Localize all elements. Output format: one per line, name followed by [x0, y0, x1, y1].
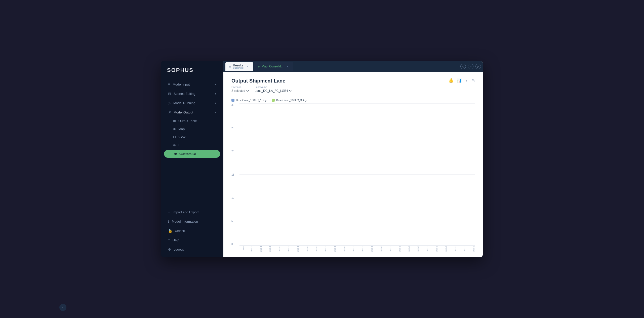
x-axis-label: 2023-06-18 — [464, 246, 465, 252]
y-axis-label: 5 — [231, 220, 239, 222]
win-back-button[interactable]: ◁ — [460, 64, 466, 69]
x-labels: 2023-012023-01-082023-01-152023-01-22202… — [239, 246, 475, 253]
sidebar-item-help[interactable]: ? Help — [163, 235, 221, 245]
x-axis-label: 2023-04-23 — [390, 246, 391, 252]
x-axis-label: 2023-06-25 — [473, 246, 475, 252]
sidebar-item-unlock[interactable]: 🔓 Unlock — [163, 226, 221, 235]
unlock-icon: 🔓 — [168, 229, 172, 233]
chevron-down-icon: ▾ — [215, 102, 216, 104]
win-forward-button[interactable]: ▷ — [475, 64, 481, 69]
x-axis-label: 2023-03-05 — [325, 246, 327, 252]
model-running-icon: ▷ — [168, 101, 171, 105]
tab-badge: Custom BI — [233, 67, 244, 69]
chart-filters: Scenario 2 selected LaneName Lane_DC_LA_… — [231, 86, 292, 93]
lane-filter: LaneName Lane_DC_LA_FC_LGB4 — [255, 86, 292, 93]
x-axis-label: 2023-06-11 — [454, 246, 456, 252]
x-axis-label: 2023-02-05 — [288, 246, 290, 252]
sidebar-item-map[interactable]: ⊕ Map — [163, 125, 221, 133]
chevron-up-icon: ▴ — [215, 111, 216, 114]
chart-icon[interactable]: 📊 — [457, 78, 462, 83]
bell-icon[interactable]: 🔔 — [449, 78, 454, 83]
sidebar-item-model-running[interactable]: ▷ Model Running ▾ — [163, 98, 221, 107]
y-axis-label: 0 — [231, 243, 239, 246]
chevron-down-icon: ▾ — [215, 92, 216, 95]
sidebar-item-view[interactable]: ⊡ View — [163, 133, 221, 141]
x-axis-label: 2023-05-07 — [408, 246, 410, 252]
y-axis-label: 15 — [231, 173, 239, 176]
scenes-editing-icon: ⊡ — [168, 92, 171, 96]
sidebar-item-scenes-editing[interactable]: ⊡ Scenes Editing ▾ — [163, 89, 221, 98]
app-window: SOPHUS ≡ Model Input ▾ ⊡ Scenes Editing … — [161, 61, 483, 257]
x-axis-label: 2023-03-26 — [353, 246, 354, 252]
x-axis-label: 2023-03-12 — [334, 246, 336, 252]
chart-controls: 🔔 📊 ⋮ ✎ — [449, 78, 475, 83]
sidebar-item-logout[interactable]: ⊙ Logout — [163, 245, 221, 254]
x-axis-label: 2023-01 — [243, 246, 245, 250]
x-axis-label: 2023-04-16 — [380, 246, 382, 252]
sidebar-bottom: + Import and Export ℹ Model Information … — [161, 206, 223, 257]
sidebar-bottom-label: Help — [173, 238, 179, 242]
tab-close-button[interactable]: ✕ — [286, 64, 290, 68]
y-axis-label: 30 — [231, 104, 239, 106]
sidebar-bottom-label: Model Information — [172, 220, 198, 223]
chart-legend: BaseCase_108FC_1Day BaseCase_108FC_3Day — [231, 99, 475, 102]
x-axis-label: 2023-05-14 — [417, 246, 419, 252]
sidebar-item-label: Model Input — [173, 83, 190, 86]
x-axis-label: 2023-01-15 — [260, 246, 262, 252]
sidebar-divider — [165, 204, 219, 204]
legend-item-1day: BaseCase_108FC_1Day — [231, 99, 267, 102]
map-icon: ⊕ — [173, 127, 176, 131]
x-axis-label: 2023-01-29 — [278, 246, 280, 252]
tab-close-button[interactable]: ✕ — [246, 64, 250, 68]
x-axis-label: 2023-05-21 — [427, 246, 428, 252]
sidebar-subitem-label: Map — [178, 127, 185, 131]
sidebar-item-bi[interactable]: ⊛ BI — [163, 141, 221, 149]
y-axis: 0 5 10 15 20 25 30 — [231, 104, 239, 246]
sidebar-bottom-label: Import and Export — [173, 210, 198, 214]
logo: SOPHUS — [161, 61, 223, 78]
x-axis-label: 2023-04-30 — [399, 246, 401, 252]
chart-area: 0 5 10 15 20 25 30 2023-012023-01-082023… — [231, 104, 475, 253]
sidebar-item-label: Model Running — [173, 101, 195, 105]
legend-item-3day: BaseCase_108FC_3Day — [272, 99, 307, 102]
x-axis-label: 2023-02-26 — [315, 246, 317, 252]
more-options-icon[interactable]: ⋮ — [465, 78, 469, 83]
sidebar-nav: ≡ Model Input ▾ ⊡ Scenes Editing ▾ ▷ Mod… — [161, 78, 223, 202]
lane-dropdown[interactable]: Lane_DC_LA_FC_LGB4 — [255, 89, 292, 93]
sidebar: SOPHUS ≡ Model Input ▾ ⊡ Scenes Editing … — [161, 61, 223, 257]
scenario-label: Scenario — [231, 86, 249, 89]
sidebar-subitem-label: Custom BI — [179, 152, 196, 156]
custom-bi-icon: ⊛ — [174, 152, 177, 156]
tab-results[interactable]: ⊞ Results Custom BI ✕ — [225, 62, 253, 71]
x-axis-label: 2023-01-22 — [269, 246, 271, 252]
sidebar-item-label: Model Output — [174, 110, 193, 114]
tab-icon: ⊞ — [229, 65, 231, 68]
view-icon: ⊡ — [173, 135, 176, 139]
sidebar-item-model-info[interactable]: ℹ Model Information — [163, 217, 221, 226]
help-icon: ? — [168, 238, 170, 242]
scenario-filter: Scenario 2 selected — [231, 86, 249, 93]
chart-container: Output Shipment Lane Scenario 2 selected… — [223, 72, 483, 257]
sidebar-item-label: Scenes Editing — [174, 92, 195, 96]
legend-label-1day: BaseCase_108FC_1Day — [236, 99, 267, 102]
chart-baseline — [239, 245, 475, 246]
tab-label: Map_Consolid... — [262, 65, 284, 68]
sidebar-bottom-label: Logout — [174, 248, 184, 251]
sidebar-item-output-table[interactable]: ⊞ Output Table — [163, 117, 221, 125]
tabs-bar: ⊞ Results Custom BI ✕ ⊕ Map_Consolid... … — [223, 61, 483, 72]
x-axis-label: 2023-02-12 — [297, 246, 299, 252]
tab-map-consolid[interactable]: ⊕ Map_Consolid... ✕ — [254, 62, 293, 71]
sidebar-item-model-input[interactable]: ≡ Model Input ▾ — [163, 80, 221, 89]
win-circle-button[interactable]: ○ — [468, 64, 473, 69]
sidebar-item-custom-bi[interactable]: ⊛ Custom BI — [164, 150, 220, 158]
window-controls: ◁ ○ ▷ — [460, 64, 481, 69]
sidebar-item-model-output[interactable]: ↗ Model Output ▴ — [163, 108, 221, 117]
x-axis-label: 2023-04-09 — [371, 246, 373, 252]
info-icon: ℹ — [168, 219, 169, 223]
edit-icon[interactable]: ✎ — [472, 78, 475, 83]
x-axis-label: 2023-06-04 — [445, 246, 447, 252]
sidebar-subitem-label: BI — [178, 143, 181, 147]
sidebar-item-import-export[interactable]: + Import and Export — [163, 208, 221, 217]
scenario-dropdown[interactable]: 2 selected — [231, 89, 249, 93]
y-axis-label: 10 — [231, 196, 239, 199]
